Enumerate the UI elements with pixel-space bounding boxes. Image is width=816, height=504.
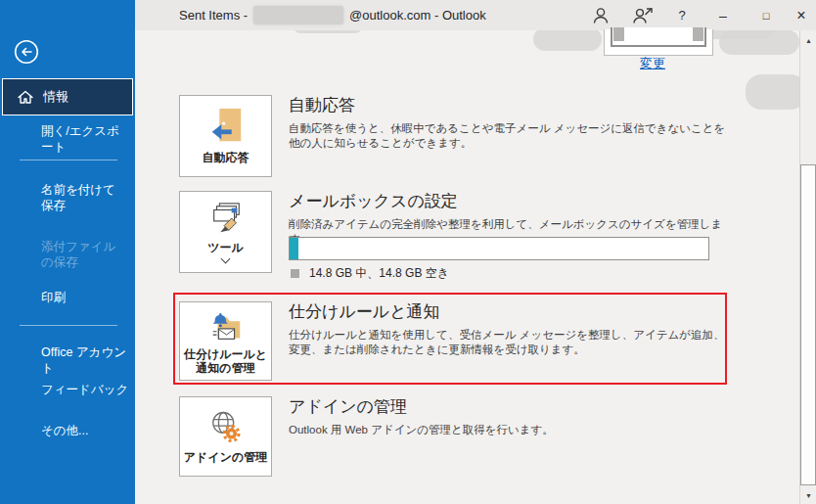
illustration-bar (613, 27, 624, 41)
quota-legend-square (291, 269, 299, 278)
sidebar-item-save-as[interactable]: 名前を付けて保存 (41, 182, 127, 213)
scroll-down-button[interactable]: ▼ (800, 487, 816, 504)
tile-label: アドインの管理 (184, 450, 267, 464)
people-feedback-icon (631, 6, 655, 24)
account-illustration-frame (611, 27, 706, 47)
mailbox-storage-bar (289, 237, 709, 260)
info-page: 変更 自動応答 自動応答 自動応答を使うと、休暇中であることや電子メール メッセ… (135, 30, 799, 504)
section-description: 仕分けルールと通知を使用して、受信メール メッセージを整理し、アイテムが追加、変… (289, 328, 727, 357)
section-description: 自動応答を使うと、休暇中であることや電子メール メッセージに返信できないことを他… (289, 121, 727, 151)
tile-label: 自動応答 (203, 151, 249, 164)
scroll-up-button[interactable]: ▲ (800, 32, 816, 49)
maximize-button[interactable]: □ (751, 0, 781, 30)
change-picture-link[interactable]: 変更 (640, 55, 665, 72)
back-button[interactable] (14, 39, 39, 65)
sidebar-item-info[interactable]: 情報 (2, 78, 133, 115)
mail-cleanup-icon (206, 202, 246, 237)
chevron-down-icon (221, 254, 231, 264)
tile-label: 仕分けルールと通知の管理 (182, 347, 269, 375)
sidebar-item-open-export[interactable]: 開く/エクスポート (41, 123, 127, 155)
section-heading: 仕分けルールと通知 (289, 301, 731, 323)
sidebar-divider (20, 160, 117, 160)
backstage-sidebar: 情報 開く/エクスポート 名前を付けて保存 添付ファイルの保存 印刷 Offic… (0, 0, 135, 504)
account-button[interactable] (586, 0, 615, 30)
section-heading: 自動応答 (289, 95, 731, 116)
title-bar: Sent Items - @outlook.com - Outlook (135, 0, 816, 30)
rules-bell-folder-icon (206, 308, 246, 345)
scrollbar-thumb[interactable] (800, 164, 816, 485)
redacted-email (253, 6, 343, 24)
back-arrow-icon (14, 39, 39, 65)
door-arrow-icon (209, 108, 243, 147)
person-icon (591, 6, 611, 24)
manage-addins-button[interactable]: アドインの管理 (179, 396, 272, 477)
section-description: Outlook 用 Web アドインの管理と取得を行います。 (289, 423, 727, 437)
sidebar-item-options-more[interactable]: その他... (41, 423, 127, 438)
mailbox-quota: 14.8 GB 中、14.8 GB 空き (291, 265, 449, 282)
quota-text: 14.8 GB 中、14.8 GB 空き (309, 265, 449, 282)
window-title-prefix: Sent Items - (179, 8, 248, 23)
sidebar-item-save-attachments: 添付ファイルの保存 (41, 239, 127, 270)
home-icon (17, 89, 34, 105)
window-title: Sent Items - @outlook.com - Outlook (179, 0, 486, 30)
scroll-up-icon: ▲ (805, 37, 812, 44)
outlook-backstage-window: Sent Items - @outlook.com - Outlook (0, 0, 816, 504)
illustration-bar (693, 27, 703, 41)
mailbox-cleanup-tools-button[interactable]: ツール (179, 191, 272, 273)
section-heading: メールボックスの設定 (289, 191, 731, 212)
automatic-replies-button[interactable]: 自動応答 (179, 95, 272, 177)
sidebar-divider (20, 325, 117, 326)
feedback-button[interactable] (628, 0, 657, 30)
close-button[interactable]: × (787, 0, 816, 30)
help-button[interactable]: ? (667, 0, 697, 30)
scroll-down-icon: ▼ (805, 492, 812, 499)
account-illustration (604, 29, 713, 56)
vertical-scrollbar[interactable]: ▲ ▼ (799, 30, 816, 504)
minimize-button[interactable]: – (708, 0, 738, 30)
sidebar-item-feedback[interactable]: フィードバック (41, 382, 135, 397)
storage-used-fill (290, 238, 298, 259)
sidebar-item-label: 情報 (43, 88, 68, 106)
tile-label: ツール (207, 241, 244, 254)
window-title-suffix: @outlook.com - Outlook (349, 8, 486, 23)
section-heading: アドインの管理 (289, 396, 731, 418)
sidebar-item-office-account[interactable]: Office アカウント (41, 344, 135, 376)
manage-rules-alerts-button[interactable]: 仕分けルールと通知の管理 (179, 301, 272, 381)
globe-gear-icon (207, 410, 245, 446)
sidebar-item-print[interactable]: 印刷 (41, 290, 127, 305)
